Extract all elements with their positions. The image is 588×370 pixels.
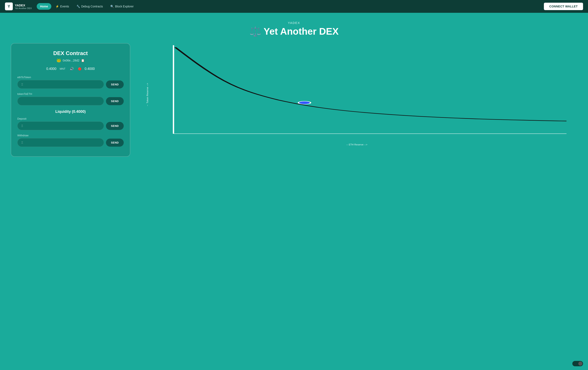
deposit-input[interactable] — [17, 121, 104, 130]
main-content: 🔴 : 0.0000 ✦✦ : 0.0000 YADEX ⚖️ Yet Anot… — [0, 0, 588, 370]
liquidity-title: Liquidity (0.4000) — [17, 109, 124, 114]
logo: Y YADEX Yet Another DEX — [5, 2, 32, 10]
dex-card-address: 🐸 0x06e...28d2 📋 — [17, 58, 124, 63]
token-to-eth-section: tokenToETH SEND — [17, 92, 124, 106]
nav-debug[interactable]: 🔧 Debug Contracts — [73, 3, 106, 10]
address-icon: 🐸 — [56, 58, 61, 63]
withdraw-row: SEND — [17, 138, 124, 147]
chart-container: ← Token Reserve --> -- — [138, 43, 575, 146]
content-area: DEX Contract 🐸 0x06e...28d2 📋 0.4000 MNT… — [0, 43, 588, 165]
withdraw-input[interactable] — [17, 138, 104, 147]
address-text: 0x06e...28d2 — [63, 59, 79, 62]
dex-contract-card: DEX Contract 🐸 0x06e...28d2 📋 0.4000 MNT… — [11, 43, 130, 157]
copy-icon[interactable]: 📋 — [81, 59, 84, 62]
card-eth-balance: 0.4000 — [85, 67, 95, 71]
theme-toggle[interactable] — [572, 361, 583, 366]
eth-to-token-send-button[interactable]: SEND — [106, 80, 124, 88]
hero-title-text: Yet Another DEX — [264, 26, 339, 37]
debug-label: Debug Contracts — [81, 5, 103, 8]
events-label: Events — [60, 5, 69, 8]
chart-area: ← Token Reserve --> -- — [136, 43, 577, 146]
deposit-send-button[interactable]: SEND — [106, 122, 124, 130]
logo-icon: Y — [5, 2, 13, 10]
app-subtitle: Yet Another DEX — [15, 7, 32, 10]
deposit-row: SEND — [17, 121, 124, 130]
explorer-label: Block Explorer — [115, 5, 134, 8]
nav-links: Home ⚡ Events 🔧 Debug Contracts 🔍 Block … — [37, 3, 544, 10]
eth-to-token-section: ethToToken SEND — [17, 76, 124, 89]
token-to-eth-label: tokenToETH — [17, 92, 124, 95]
eth-dot-icon: 🔴 — [78, 67, 82, 71]
navbar: Y YADEX Yet Another DEX Home ⚡ Events 🔧 … — [0, 0, 588, 13]
app-title: YADEX — [15, 3, 32, 7]
chart-current-point — [298, 101, 311, 104]
connect-wallet-button[interactable]: CONNECT WALLET — [544, 3, 583, 10]
svg-rect-0 — [138, 43, 575, 142]
withdraw-send-button[interactable]: SEND — [106, 138, 124, 147]
eth-to-token-row: SEND — [17, 80, 124, 89]
debug-icon: 🔧 — [76, 5, 80, 8]
deposit-section: Deposit SEND — [17, 117, 124, 130]
eth-to-token-input[interactable] — [17, 80, 104, 89]
chart-svg — [138, 43, 575, 142]
logo-text: YADEX Yet Another DEX — [15, 3, 32, 10]
explorer-icon: 🔍 — [110, 5, 114, 8]
nav-home[interactable]: Home — [37, 3, 51, 10]
hero-subtitle: YADEX — [0, 21, 588, 24]
mnt-label: MNT — [60, 67, 65, 70]
card-balances: 0.4000 MNT 🔊 🔴 0.4000 — [17, 67, 124, 71]
mnt-balance-value: 0.4000 — [46, 67, 56, 71]
events-icon: ⚡ — [55, 5, 59, 8]
amm-curve-chart — [138, 43, 575, 142]
token-to-eth-send-button[interactable]: SEND — [106, 97, 124, 105]
withdraw-section: Withdraw SEND — [17, 134, 124, 147]
deposit-label: Deposit — [17, 117, 124, 120]
dex-card-title: DEX Contract — [17, 50, 124, 56]
hero-title: ⚖️ Yet Another DEX — [0, 26, 588, 37]
token-to-eth-input[interactable] — [17, 97, 104, 106]
nav-explorer[interactable]: 🔍 Block Explorer — [107, 3, 137, 10]
hero-icon: ⚖️ — [250, 26, 261, 37]
toggle-knob — [578, 361, 582, 366]
withdraw-label: Withdraw — [17, 134, 124, 137]
token-to-eth-row: SEND — [17, 97, 124, 106]
eth-to-token-label: ethToToken — [17, 76, 124, 79]
chart-x-label: -- ETH Reserve --> — [138, 143, 575, 146]
toggle-switch-container — [572, 361, 583, 366]
home-label: Home — [40, 5, 48, 8]
hero-section: YADEX ⚖️ Yet Another DEX — [0, 13, 588, 43]
nav-events[interactable]: ⚡ Events — [52, 3, 72, 10]
